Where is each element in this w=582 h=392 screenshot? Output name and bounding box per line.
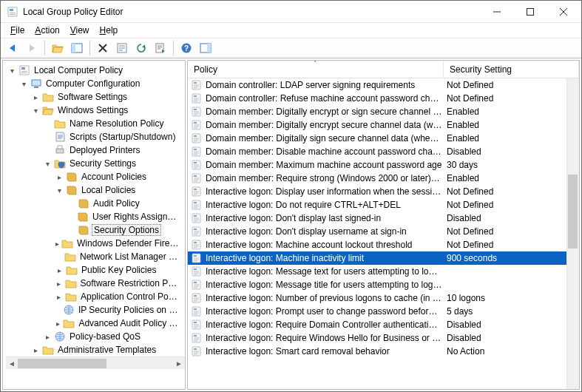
tree-software-restriction[interactable]: Software Restriction Policies xyxy=(79,278,180,288)
titlebar: Local Group Policy Editor xyxy=(1,1,581,23)
tree-scripts[interactable]: Scripts (Startup/Shutdown) xyxy=(68,132,177,142)
tree-security-options[interactable]: Security Options xyxy=(92,224,161,236)
forward-button[interactable] xyxy=(23,39,41,57)
folder-icon xyxy=(61,237,73,249)
scroll-thumb[interactable] xyxy=(568,175,578,249)
policy-name: Domain member: Disable machine account p… xyxy=(206,146,442,157)
menu-view[interactable]: View xyxy=(65,24,95,36)
tree-horizontal-scrollbar[interactable]: ◄ ► xyxy=(6,356,185,369)
show-hide-console-tree-button[interactable] xyxy=(68,39,86,57)
back-button[interactable] xyxy=(4,39,21,57)
policy-icon xyxy=(191,332,203,344)
list-row[interactable]: Domain member: Disable machine account p… xyxy=(188,145,579,158)
list-row[interactable]: Interactive logon: Smart card removal be… xyxy=(188,345,579,358)
policy-icon xyxy=(191,159,203,171)
column-header-policy[interactable]: Policy˄ xyxy=(188,61,444,78)
list-row[interactable]: Domain controller: Refuse machine accoun… xyxy=(188,92,579,105)
security-setting-value: Disabled xyxy=(447,320,481,330)
list-row[interactable]: Interactive logon: Number of previous lo… xyxy=(188,291,579,305)
list-row[interactable]: Domain member: Digitally encrypt secure … xyxy=(188,118,579,132)
tree-windows-defender-firewall[interactable]: Windows Defender Firewall with Advanced … xyxy=(75,238,180,249)
policy-icon xyxy=(191,345,203,357)
tree-windows-settings[interactable]: Windows Settings xyxy=(56,105,129,115)
policy-icon xyxy=(191,305,203,317)
list-row[interactable]: Interactive logon: Don't display usernam… xyxy=(188,225,579,238)
list-row[interactable]: Domain member: Require strong (Windows 2… xyxy=(188,172,579,185)
list-row[interactable]: Interactive logon: Prompt user to change… xyxy=(188,305,579,318)
policy-name: Domain member: Digitally sign secure cha… xyxy=(206,133,442,143)
policy-name: Interactive logon: Machine inactivity li… xyxy=(206,253,364,263)
policy-icon xyxy=(191,319,203,331)
tree-advanced-audit[interactable]: Advanced Audit Policy Configuration xyxy=(77,318,180,328)
policy-icon xyxy=(191,79,203,91)
menu-help[interactable]: Help xyxy=(95,24,123,36)
list-row[interactable]: Domain member: Digitally sign secure cha… xyxy=(188,132,579,145)
tree-account-policies[interactable]: Account Policies xyxy=(80,172,148,182)
tree-administrative-templates[interactable]: Administrative Templates xyxy=(56,345,158,355)
list-row[interactable]: Interactive logon: Message title for use… xyxy=(188,278,579,291)
tree-ip-security-policies[interactable]: IP Security Policies on Local Computer xyxy=(77,305,180,315)
close-button[interactable] xyxy=(547,1,580,22)
policy-icon xyxy=(191,252,203,264)
tree-computer-config[interactable]: Computer Configuration xyxy=(44,78,141,89)
export-list-button[interactable] xyxy=(152,39,169,57)
tree-application-control[interactable]: Application Control Policies xyxy=(79,291,180,302)
tree-network-list-manager[interactable]: Network List Manager Policies xyxy=(78,251,180,262)
security-setting-value: Enabled xyxy=(447,173,479,183)
list-header: Policy˄ Security Setting xyxy=(188,61,579,78)
sort-ascending-icon: ˄ xyxy=(314,60,317,67)
minimize-button[interactable] xyxy=(480,1,513,22)
policy-icon xyxy=(191,172,203,184)
list-row[interactable]: Domain member: Digitally encrypt or sign… xyxy=(188,105,579,118)
policy-name: Interactive logon: Smart card removal be… xyxy=(206,346,390,356)
book-icon xyxy=(77,211,89,223)
policy-name: Domain member: Maximum machine account p… xyxy=(206,160,441,170)
list-vertical-scrollbar[interactable] xyxy=(566,78,579,389)
folder-icon xyxy=(64,251,76,263)
maximize-button[interactable] xyxy=(513,1,547,22)
delete-button[interactable] xyxy=(94,39,112,57)
menu-action[interactable]: Action xyxy=(30,24,64,36)
tree-deployed-printers[interactable]: Deployed Printers xyxy=(68,145,141,155)
list-row[interactable]: Interactive logon: Message text for user… xyxy=(188,265,579,278)
list-row[interactable]: Domain member: Maximum machine account p… xyxy=(188,158,579,172)
up-button[interactable] xyxy=(49,39,67,57)
folder-icon xyxy=(54,118,66,129)
tree-security-settings[interactable]: Security Settings xyxy=(68,158,138,169)
help-button[interactable]: ? xyxy=(177,39,195,57)
list-row[interactable]: Interactive logon: Don't display last si… xyxy=(188,212,579,225)
list-row[interactable]: Interactive logon: Require Windows Hello… xyxy=(188,331,579,345)
tree-policy-based-qos[interactable]: Policy-based QoS xyxy=(68,331,142,342)
tree-local-policies[interactable]: Local Policies xyxy=(80,185,137,195)
list-row[interactable]: Interactive logon: Do not require CTRL+A… xyxy=(188,198,579,212)
tree-name-resolution[interactable]: Name Resolution Policy xyxy=(68,118,165,129)
properties-button[interactable] xyxy=(113,39,131,57)
svg-text:?: ? xyxy=(184,44,189,53)
tree-software-settings[interactable]: Software Settings xyxy=(56,92,129,102)
list-body[interactable]: Domain controller: LDAP server signing r… xyxy=(188,78,579,389)
tree-pane[interactable]: ▾Local Computer Policy ▾Computer Configu… xyxy=(2,60,186,390)
menu-file[interactable]: File xyxy=(5,24,30,36)
refresh-button[interactable] xyxy=(132,39,150,57)
book-icon xyxy=(66,184,78,196)
tree-public-key-policies[interactable]: Public Key Policies xyxy=(80,265,158,275)
folder-icon xyxy=(65,277,77,289)
list-row[interactable]: Interactive logon: Machine account locko… xyxy=(188,238,579,251)
tree-root[interactable]: Local Computer Policy xyxy=(33,65,124,75)
list-pane: Policy˄ Security Setting Domain controll… xyxy=(187,60,580,390)
security-setting-value: Disabled xyxy=(447,333,481,343)
scroll-left-arrow-icon[interactable]: ◄ xyxy=(6,357,18,370)
list-row[interactable]: Interactive logon: Display user informat… xyxy=(188,185,579,198)
list-row[interactable]: Domain controller: LDAP server signing r… xyxy=(188,78,579,92)
list-row[interactable]: Interactive logon: Machine inactivity li… xyxy=(188,251,579,265)
column-header-security-setting[interactable]: Security Setting xyxy=(444,61,579,78)
svg-rect-11 xyxy=(72,44,75,53)
tree-user-rights[interactable]: User Rights Assignment xyxy=(91,212,180,222)
tree-audit-policy[interactable]: Audit Policy xyxy=(92,198,141,209)
scroll-right-arrow-icon[interactable]: ► xyxy=(173,357,185,370)
security-setting-value: Not Defined xyxy=(447,93,493,104)
scroll-thumb[interactable] xyxy=(18,359,106,368)
show-hide-action-pane-button[interactable] xyxy=(197,39,214,57)
app-icon xyxy=(7,6,18,18)
list-row[interactable]: Interactive logon: Require Domain Contro… xyxy=(188,318,579,331)
